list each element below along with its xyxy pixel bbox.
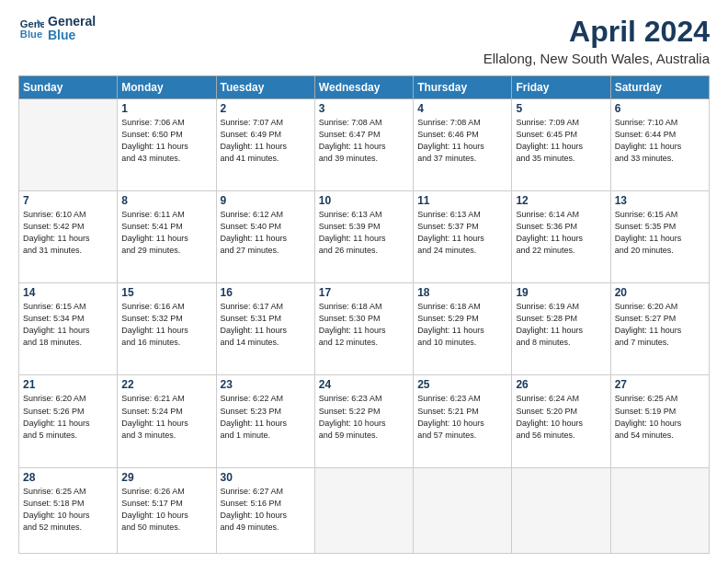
calendar-cell [512, 467, 610, 553]
day-info: Sunrise: 7:08 AMSunset: 6:47 PMDaylight:… [319, 117, 409, 165]
month-title: April 2024 [483, 15, 710, 49]
weekday-header-monday: Monday [118, 76, 216, 99]
day-info: Sunrise: 6:25 AMSunset: 5:19 PMDaylight:… [615, 393, 705, 441]
day-number: 12 [516, 194, 606, 207]
calendar-cell: 23Sunrise: 6:22 AMSunset: 5:23 PMDayligh… [216, 375, 314, 467]
calendar-body: 1Sunrise: 7:06 AMSunset: 6:50 PMDaylight… [19, 99, 710, 554]
calendar-cell: 19Sunrise: 6:19 AMSunset: 5:28 PMDayligh… [512, 283, 610, 375]
calendar-cell: 4Sunrise: 7:08 AMSunset: 6:46 PMDaylight… [414, 99, 512, 191]
calendar-cell: 24Sunrise: 6:23 AMSunset: 5:22 PMDayligh… [314, 375, 413, 467]
calendar-cell: 9Sunrise: 6:12 AMSunset: 5:40 PMDaylight… [216, 191, 314, 283]
calendar-cell: 1Sunrise: 7:06 AMSunset: 6:50 PMDaylight… [118, 99, 216, 191]
day-number: 13 [615, 194, 705, 207]
day-number: 22 [121, 378, 211, 391]
day-info: Sunrise: 6:18 AMSunset: 5:29 PMDaylight:… [417, 301, 507, 349]
day-info: Sunrise: 7:07 AMSunset: 6:49 PMDaylight:… [221, 117, 311, 165]
day-number: 27 [615, 378, 705, 391]
day-number: 18 [417, 286, 507, 299]
day-info: Sunrise: 6:13 AMSunset: 5:39 PMDaylight:… [319, 209, 409, 257]
day-info: Sunrise: 6:15 AMSunset: 5:34 PMDaylight:… [23, 301, 113, 349]
svg-text:Blue: Blue [20, 29, 42, 40]
calendar-cell: 10Sunrise: 6:13 AMSunset: 5:39 PMDayligh… [314, 191, 413, 283]
logo-text-general: General [48, 15, 96, 29]
calendar-cell: 11Sunrise: 6:13 AMSunset: 5:37 PMDayligh… [414, 191, 512, 283]
calendar-cell: 8Sunrise: 6:11 AMSunset: 5:41 PMDaylight… [118, 191, 216, 283]
day-number: 6 [615, 102, 705, 115]
day-info: Sunrise: 6:12 AMSunset: 5:40 PMDaylight:… [221, 209, 311, 257]
day-info: Sunrise: 7:09 AMSunset: 6:45 PMDaylight:… [516, 117, 606, 165]
calendar-cell: 22Sunrise: 6:21 AMSunset: 5:24 PMDayligh… [118, 375, 216, 467]
calendar-cell: 14Sunrise: 6:15 AMSunset: 5:34 PMDayligh… [19, 283, 118, 375]
week-row-2: 7Sunrise: 6:10 AMSunset: 5:42 PMDaylight… [19, 191, 710, 283]
calendar-cell: 30Sunrise: 6:27 AMSunset: 5:16 PMDayligh… [216, 467, 314, 553]
day-info: Sunrise: 6:25 AMSunset: 5:18 PMDaylight:… [23, 486, 113, 534]
day-number: 26 [516, 378, 606, 391]
calendar-cell [414, 467, 512, 553]
calendar-cell: 3Sunrise: 7:08 AMSunset: 6:47 PMDaylight… [314, 99, 413, 191]
day-number: 23 [221, 378, 311, 391]
day-info: Sunrise: 6:22 AMSunset: 5:23 PMDaylight:… [221, 393, 311, 441]
day-number: 7 [23, 194, 113, 207]
day-number: 25 [417, 378, 507, 391]
day-number: 2 [221, 102, 311, 115]
logo: General Blue General Blue [18, 15, 96, 43]
day-number: 4 [417, 102, 507, 115]
calendar-cell: 29Sunrise: 6:26 AMSunset: 5:17 PMDayligh… [118, 467, 216, 553]
day-number: 21 [23, 378, 113, 391]
calendar-cell: 5Sunrise: 7:09 AMSunset: 6:45 PMDaylight… [512, 99, 610, 191]
day-info: Sunrise: 6:10 AMSunset: 5:42 PMDaylight:… [23, 209, 113, 257]
day-number: 8 [121, 194, 211, 207]
day-number: 1 [121, 102, 211, 115]
calendar-cell: 18Sunrise: 6:18 AMSunset: 5:29 PMDayligh… [414, 283, 512, 375]
day-number: 14 [23, 286, 113, 299]
calendar-cell [19, 99, 118, 191]
calendar-cell: 15Sunrise: 6:16 AMSunset: 5:32 PMDayligh… [118, 283, 216, 375]
day-info: Sunrise: 6:16 AMSunset: 5:32 PMDaylight:… [121, 301, 211, 349]
day-number: 3 [319, 102, 409, 115]
calendar-cell [314, 467, 413, 553]
calendar-cell [610, 467, 709, 553]
calendar-cell: 12Sunrise: 6:14 AMSunset: 5:36 PMDayligh… [512, 191, 610, 283]
day-number: 15 [121, 286, 211, 299]
day-info: Sunrise: 6:17 AMSunset: 5:31 PMDaylight:… [221, 301, 311, 349]
day-number: 20 [615, 286, 705, 299]
calendar-table: SundayMondayTuesdayWednesdayThursdayFrid… [18, 75, 710, 554]
weekday-header-saturday: Saturday [610, 76, 709, 99]
calendar-cell: 28Sunrise: 6:25 AMSunset: 5:18 PMDayligh… [19, 467, 118, 553]
day-info: Sunrise: 6:23 AMSunset: 5:21 PMDaylight:… [417, 393, 507, 441]
day-number: 11 [417, 194, 507, 207]
day-info: Sunrise: 6:21 AMSunset: 5:24 PMDaylight:… [121, 393, 211, 441]
calendar-cell: 27Sunrise: 6:25 AMSunset: 5:19 PMDayligh… [610, 375, 709, 467]
day-info: Sunrise: 6:19 AMSunset: 5:28 PMDaylight:… [516, 301, 606, 349]
week-row-1: 1Sunrise: 7:06 AMSunset: 6:50 PMDaylight… [19, 99, 710, 191]
calendar-cell: 2Sunrise: 7:07 AMSunset: 6:49 PMDaylight… [216, 99, 314, 191]
calendar-cell: 21Sunrise: 6:20 AMSunset: 5:26 PMDayligh… [19, 375, 118, 467]
calendar-cell: 7Sunrise: 6:10 AMSunset: 5:42 PMDaylight… [19, 191, 118, 283]
day-info: Sunrise: 6:23 AMSunset: 5:22 PMDaylight:… [319, 393, 409, 441]
weekday-header-thursday: Thursday [414, 76, 512, 99]
day-number: 24 [319, 378, 409, 391]
weekday-header-tuesday: Tuesday [216, 76, 314, 99]
title-block: April 2024 Ellalong, New South Wales, Au… [483, 15, 710, 66]
day-number: 16 [221, 286, 311, 299]
day-info: Sunrise: 6:15 AMSunset: 5:35 PMDaylight:… [615, 209, 705, 257]
header: General Blue General Blue April 2024 Ell… [18, 15, 710, 66]
day-info: Sunrise: 6:24 AMSunset: 5:20 PMDaylight:… [516, 393, 606, 441]
day-number: 9 [221, 194, 311, 207]
day-info: Sunrise: 6:14 AMSunset: 5:36 PMDaylight:… [516, 209, 606, 257]
day-number: 28 [23, 471, 113, 484]
day-info: Sunrise: 6:26 AMSunset: 5:17 PMDaylight:… [121, 486, 211, 534]
day-info: Sunrise: 6:27 AMSunset: 5:16 PMDaylight:… [221, 486, 311, 534]
calendar-cell: 20Sunrise: 6:20 AMSunset: 5:27 PMDayligh… [610, 283, 709, 375]
calendar-cell: 25Sunrise: 6:23 AMSunset: 5:21 PMDayligh… [414, 375, 512, 467]
weekday-header-row: SundayMondayTuesdayWednesdayThursdayFrid… [19, 76, 710, 99]
day-number: 19 [516, 286, 606, 299]
week-row-5: 28Sunrise: 6:25 AMSunset: 5:18 PMDayligh… [19, 467, 710, 553]
day-info: Sunrise: 7:10 AMSunset: 6:44 PMDaylight:… [615, 117, 705, 165]
calendar-cell: 26Sunrise: 6:24 AMSunset: 5:20 PMDayligh… [512, 375, 610, 467]
calendar-cell: 16Sunrise: 6:17 AMSunset: 5:31 PMDayligh… [216, 283, 314, 375]
week-row-4: 21Sunrise: 6:20 AMSunset: 5:26 PMDayligh… [19, 375, 710, 467]
day-info: Sunrise: 7:08 AMSunset: 6:46 PMDaylight:… [417, 117, 507, 165]
logo-text-blue: Blue [48, 29, 96, 42]
day-number: 5 [516, 102, 606, 115]
